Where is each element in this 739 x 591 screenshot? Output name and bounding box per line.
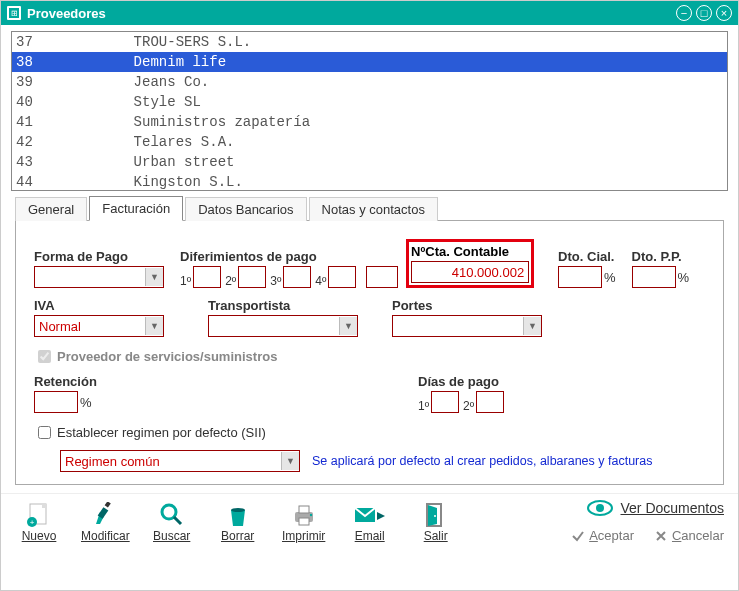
aceptar-label: ceptar xyxy=(598,528,634,543)
minimize-button[interactable]: − xyxy=(676,5,692,21)
list-row[interactable]: 43 Urban street xyxy=(12,152,727,172)
eye-icon xyxy=(587,500,613,516)
dif-input-4[interactable] xyxy=(328,266,356,288)
dto-cial-label: Dto. Cial. xyxy=(558,249,617,264)
dias-pago-input-1[interactable] xyxy=(431,391,459,413)
dias-pago-input-2[interactable] xyxy=(476,391,504,413)
x-icon xyxy=(654,529,668,543)
email-label: Email xyxy=(355,529,385,543)
dif-ord-1: 1º xyxy=(180,274,191,288)
proveedor-servicios-label: Proveedor de servicios/suministros xyxy=(57,349,277,364)
portes-select[interactable]: ▼ xyxy=(392,315,542,337)
list-row[interactable]: 38 Demnim life xyxy=(12,52,727,72)
svg-rect-6 xyxy=(105,502,111,508)
dto-pp-suffix: % xyxy=(678,270,690,285)
cancelar-label: ancelar xyxy=(681,528,724,543)
buscar-label: Buscar xyxy=(153,529,190,543)
retencion-label: Retención xyxy=(34,374,154,389)
iva-label: IVA xyxy=(34,298,194,313)
titlebar: ⊞ Proveedores − □ × xyxy=(1,1,738,25)
svg-rect-11 xyxy=(299,506,309,513)
svg-point-7 xyxy=(162,505,176,519)
retencion-suffix: % xyxy=(80,395,92,410)
sii-checkbox[interactable] xyxy=(38,426,51,439)
dto-pp-input[interactable] xyxy=(632,266,676,288)
svg-line-8 xyxy=(174,517,181,524)
portes-label: Portes xyxy=(392,298,562,313)
nuevo-button[interactable]: + Nuevo xyxy=(15,501,63,543)
chevron-down-icon[interactable]: ▼ xyxy=(145,268,163,286)
forma-pago-label: Forma de Pago xyxy=(34,249,166,264)
dif-input-3[interactable] xyxy=(283,266,311,288)
suppliers-list[interactable]: 37 TROU-SERS S.L.38 Demnim life39 Jeans … xyxy=(11,31,728,191)
chevron-down-icon[interactable]: ▼ xyxy=(523,317,541,335)
svg-text:⊞: ⊞ xyxy=(11,9,18,18)
svg-point-13 xyxy=(309,514,311,516)
dif-ord-4: 4º xyxy=(315,274,326,288)
retencion-input[interactable] xyxy=(34,391,78,413)
exit-icon xyxy=(419,501,453,529)
transportista-select[interactable]: ▼ xyxy=(208,315,358,337)
dif-ord-3: 3º xyxy=(270,274,281,288)
sii-check-label: Establecer regimen por defecto (SII) xyxy=(57,425,266,440)
check-icon xyxy=(571,529,585,543)
svg-rect-12 xyxy=(299,518,309,525)
imprimir-button[interactable]: Imprimir xyxy=(280,501,328,543)
chevron-down-icon[interactable]: ▼ xyxy=(145,317,163,335)
list-row[interactable]: 37 TROU-SERS S.L. xyxy=(12,32,727,52)
tab-general[interactable]: General xyxy=(15,197,87,221)
dif-extra-input[interactable] xyxy=(366,266,398,288)
list-row[interactable]: 41 Suministros zapatería xyxy=(12,112,727,132)
sii-check-row: Establecer regimen por defecto (SII) xyxy=(34,423,705,442)
new-icon: + xyxy=(22,501,56,529)
chevron-down-icon[interactable]: ▼ xyxy=(339,317,357,335)
iva-value: Normal xyxy=(39,319,81,334)
tab-datos-bancarios[interactable]: Datos Bancarios xyxy=(185,197,306,221)
chevron-down-icon[interactable]: ▼ xyxy=(281,452,299,470)
imprimir-label: Imprimir xyxy=(282,529,325,543)
dias-pago-label: Días de pago xyxy=(418,374,508,389)
dif-input-1[interactable] xyxy=(193,266,221,288)
tab-notas-y-contactos[interactable]: Notas y contactos xyxy=(309,197,438,221)
salir-button[interactable]: Salir xyxy=(412,501,460,543)
tabs: GeneralFacturaciónDatos BancariosNotas y… xyxy=(15,195,724,220)
svg-point-9 xyxy=(231,508,245,512)
svg-text:+: + xyxy=(30,518,35,527)
iva-select[interactable]: Normal ▼ xyxy=(34,315,164,337)
dias-pago-ord-1: 1º xyxy=(418,399,429,413)
modificar-button[interactable]: Modificar xyxy=(81,501,130,543)
cta-contable-label: NºCta. Contable xyxy=(411,244,529,259)
buscar-button[interactable]: Buscar xyxy=(148,501,196,543)
ver-documentos-button[interactable]: Ver Documentos xyxy=(587,500,725,516)
sii-hint: Se aplicará por defecto al crear pedidos… xyxy=(312,454,652,468)
list-row[interactable]: 40 Style SL xyxy=(12,92,727,112)
modificar-label: Modificar xyxy=(81,529,130,543)
tab-pane-facturacion: Forma de Pago ▼ Diferimientos de pago 1º… xyxy=(15,220,724,485)
borrar-button[interactable]: Borrar xyxy=(214,501,262,543)
list-row[interactable]: 44 Kingston S.L. xyxy=(12,172,727,191)
dif-input-2[interactable] xyxy=(238,266,266,288)
transportista-label: Transportista xyxy=(208,298,378,313)
forma-pago-select[interactable]: ▼ xyxy=(34,266,164,288)
dto-pp-label: Dto. P.P. xyxy=(632,249,691,264)
close-button[interactable]: × xyxy=(716,5,732,21)
tab-facturación[interactable]: Facturación xyxy=(89,196,183,221)
cancelar-button[interactable]: Cancelar xyxy=(654,528,724,543)
diferimientos-label: Diferimientos de pago xyxy=(180,249,390,264)
sii-regimen-select[interactable]: Regimen común ▼ xyxy=(60,450,300,472)
toolbar: + Nuevo Modificar Buscar Borrar Imprimir… xyxy=(1,493,738,549)
edit-icon xyxy=(88,501,122,529)
list-row[interactable]: 42 Telares S.A. xyxy=(12,132,727,152)
proveedor-servicios-checkbox[interactable] xyxy=(38,350,51,363)
svg-point-16 xyxy=(434,515,436,517)
email-button[interactable]: Email xyxy=(346,501,394,543)
maximize-button[interactable]: □ xyxy=(696,5,712,21)
list-row[interactable]: 39 Jeans Co. xyxy=(12,72,727,92)
ver-documentos-label: Ver Documentos xyxy=(621,500,725,516)
cta-contable-input[interactable] xyxy=(411,261,529,283)
nuevo-label: Nuevo xyxy=(22,529,57,543)
trash-icon xyxy=(221,501,255,529)
borrar-label: Borrar xyxy=(221,529,254,543)
dto-cial-input[interactable] xyxy=(558,266,602,288)
aceptar-button[interactable]: Aceptar xyxy=(571,528,634,543)
